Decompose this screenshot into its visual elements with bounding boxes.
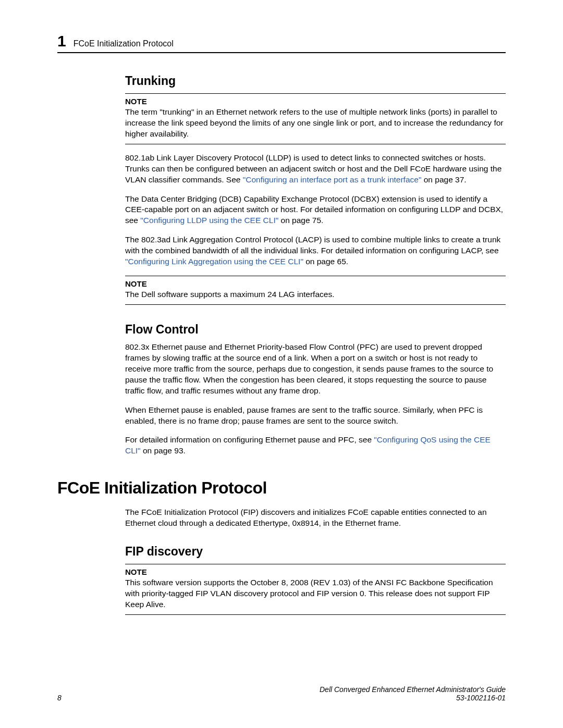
- page-number: 8: [57, 694, 62, 702]
- flow-control-section: Flow Control 802.3x Ethernet pause and E…: [125, 323, 506, 456]
- page-footer: 8 Dell Converged Enhanced Ethernet Admin…: [57, 685, 506, 702]
- text-fragment: on page 93.: [141, 446, 186, 455]
- trunking-paragraph-2: The Data Center Bridging (DCB) Capabilit…: [125, 194, 506, 227]
- fip-intro: The FCoE Initialization Protocol (FIP) d…: [125, 507, 506, 529]
- text-fragment: For detailed information on configuring …: [125, 435, 374, 444]
- text-fragment: on page 37.: [421, 175, 466, 184]
- chapter-number: 1: [57, 33, 66, 49]
- fip-heading: FCoE Initialization Protocol: [57, 478, 506, 498]
- note-label: NOTE: [125, 279, 506, 288]
- link-trunk-interface[interactable]: "Configuring an interface port as a trun…: [243, 175, 422, 184]
- trunking-note-2: NOTE The Dell software supports a maximu…: [125, 276, 506, 305]
- trunking-paragraph-1: 802.1ab Link Layer Discovery Protocol (L…: [125, 153, 506, 186]
- note-body: The term "trunking" in an Ethernet netwo…: [125, 107, 506, 140]
- fip-section: The FCoE Initialization Protocol (FIP) d…: [125, 507, 506, 615]
- doc-title: Dell Converged Enhanced Ethernet Adminis…: [320, 685, 506, 694]
- link-lldp-cli[interactable]: "Configuring LLDP using the CEE CLI": [140, 216, 278, 225]
- trunking-paragraph-3: The 802.3ad Link Aggregation Control Pro…: [125, 235, 506, 267]
- note-body: This software version supports the Octob…: [125, 577, 506, 610]
- trunking-note-1: NOTE The term "trunking" in an Ethernet …: [125, 93, 506, 144]
- note-label: NOTE: [125, 97, 506, 106]
- flow-control-paragraph-1: 802.3x Ethernet pause and Ethernet Prior…: [125, 342, 506, 397]
- doc-id: 53-1002116-01: [320, 694, 506, 702]
- note-body: The Dell software supports a maximum 24 …: [125, 289, 506, 300]
- trunking-section: Trunking NOTE The term "trunking" in an …: [125, 74, 506, 305]
- flow-control-heading: Flow Control: [125, 323, 506, 337]
- trunking-heading: Trunking: [125, 74, 506, 88]
- note-label: NOTE: [125, 567, 506, 576]
- running-header: 1 FCoE Initialization Protocol: [57, 33, 506, 53]
- footer-right: Dell Converged Enhanced Ethernet Adminis…: [320, 685, 506, 702]
- text-fragment: on page 75.: [278, 216, 323, 225]
- flow-control-paragraph-3: For detailed information on configuring …: [125, 435, 506, 456]
- link-lacp-cli[interactable]: "Configuring Link Aggregation using the …: [125, 257, 303, 266]
- fip-discovery-note: NOTE This software version supports the …: [125, 564, 506, 615]
- fip-discovery-heading: FIP discovery: [125, 545, 506, 559]
- text-fragment: on page 65.: [303, 257, 348, 266]
- chapter-title: FCoE Initialization Protocol: [74, 39, 174, 48]
- flow-control-paragraph-2: When Ethernet pause is enabled, pause fr…: [125, 405, 506, 427]
- text-fragment: The 802.3ad Link Aggregation Control Pro…: [125, 235, 500, 255]
- page: 1 FCoE Initialization Protocol Trunking …: [0, 0, 563, 728]
